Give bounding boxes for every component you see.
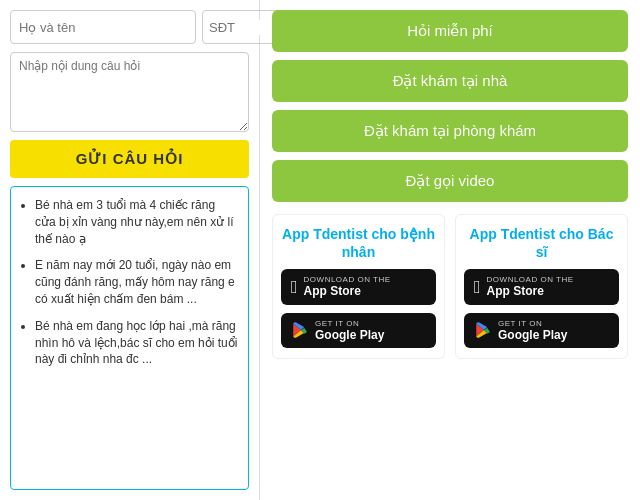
right-panel: Hỏi miễn phí Đặt khám tại nhà Đặt khám t…: [260, 0, 640, 500]
btn-dat-kham-tai-nha[interactable]: Đặt khám tại nhà: [272, 60, 628, 102]
appstore-doctor-text: Download on the App Store: [487, 275, 574, 298]
googleplay-icon: [291, 321, 309, 339]
googleplay-doctor-name-label: Google Play: [498, 328, 567, 342]
btn-dat-kham-tai-phong-kham[interactable]: Đặt khám tại phòng khám: [272, 110, 628, 152]
googleplay-text: GET IT ON Google Play: [315, 319, 384, 342]
app-section: App Tdentist cho bệnh nhân  Download on…: [272, 214, 628, 359]
app-doctor-title: App Tdentist cho Bác sĩ: [464, 225, 619, 261]
list-item: E năm nay mới 20 tuổi, ngày nào em cũng …: [35, 257, 238, 307]
app-patient-appstore-btn[interactable]:  Download on the App Store: [281, 269, 436, 304]
apple-icon: : [291, 277, 298, 298]
app-doctor-card: App Tdentist cho Bác sĩ  Download on th…: [455, 214, 628, 359]
list-item: Bé nhà em đang học lớp hai ,mà răng nhìn…: [35, 318, 238, 368]
appstore-get-label: Download on the: [304, 275, 391, 284]
list-item: Bé nhà em 3 tuổi mà 4 chiếc răng cửa bị …: [35, 197, 238, 247]
googleplay-doctor-text: GET IT ON Google Play: [498, 319, 567, 342]
googleplay-doctor-get-label: GET IT ON: [498, 319, 567, 328]
googleplay-get-label: GET IT ON: [315, 319, 384, 328]
left-panel: ▲ ▼ GỬI CÂU HỎI Bé nhà em 3 tuổi mà 4 ch…: [0, 0, 260, 500]
appstore-doctor-get-label: Download on the: [487, 275, 574, 284]
top-inputs: ▲ ▼: [10, 10, 249, 44]
apple-icon-doctor: : [474, 277, 481, 298]
questions-list: Bé nhà em 3 tuổi mà 4 chiếc răng cửa bị …: [10, 186, 249, 490]
question-textarea[interactable]: [10, 52, 249, 132]
app-doctor-appstore-btn[interactable]:  Download on the App Store: [464, 269, 619, 304]
googleplay-name-label: Google Play: [315, 328, 384, 342]
app-patient-googleplay-btn[interactable]: GET IT ON Google Play: [281, 313, 436, 348]
app-patient-title: App Tdentist cho bệnh nhân: [281, 225, 436, 261]
name-input[interactable]: [10, 10, 196, 44]
app-doctor-googleplay-btn[interactable]: GET IT ON Google Play: [464, 313, 619, 348]
appstore-text: Download on the App Store: [304, 275, 391, 298]
appstore-name-label: App Store: [304, 284, 391, 298]
btn-dat-goi-video[interactable]: Đặt gọi video: [272, 160, 628, 202]
appstore-doctor-name-label: App Store: [487, 284, 574, 298]
googleplay-icon-doctor: [474, 321, 492, 339]
btn-hoi-mien-phi[interactable]: Hỏi miễn phí: [272, 10, 628, 52]
send-button[interactable]: GỬI CÂU HỎI: [10, 140, 249, 178]
app-patient-card: App Tdentist cho bệnh nhân  Download on…: [272, 214, 445, 359]
